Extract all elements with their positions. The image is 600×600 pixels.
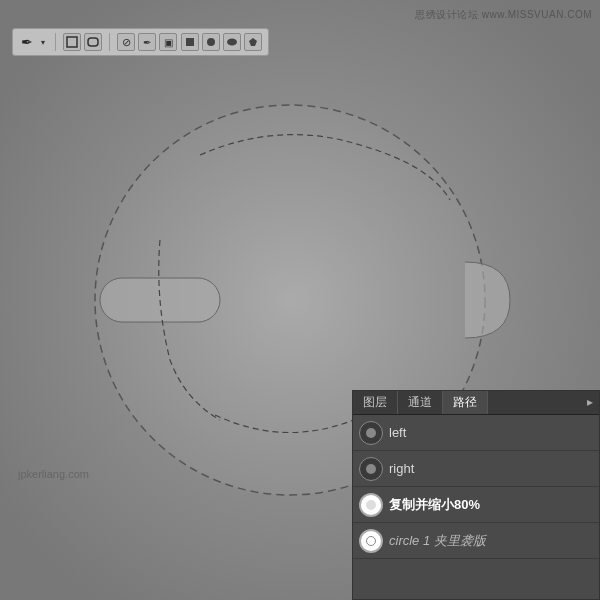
svg-point-8 [227, 39, 237, 46]
rect-shape-button[interactable] [181, 33, 199, 51]
rect-tool-button[interactable] [63, 33, 81, 51]
path-icon-inner-left [366, 428, 376, 438]
circle-shape-button[interactable] [202, 33, 220, 51]
tab-channels[interactable]: 通道 [398, 391, 443, 414]
path-icon-inner-circle1 [366, 536, 376, 546]
tab-paths[interactable]: 路径 [443, 391, 488, 414]
path-icon-inner-copy [366, 500, 376, 510]
path-row-copy-shrink[interactable]: 复制并缩小80% [353, 487, 599, 523]
rounded-rect-button[interactable] [84, 33, 102, 51]
pen-tool-group: ✒ ▾ [19, 34, 48, 50]
path-icon-left [359, 421, 383, 445]
svg-point-7 [207, 38, 215, 46]
pen-dropdown-button[interactable]: ▾ [38, 34, 48, 50]
svg-marker-9 [249, 38, 257, 46]
panel-rows-container: left right 复制并缩小80% circle 1 夹里袭版 [353, 415, 599, 559]
shape-tools-group [63, 33, 102, 51]
path-label-left: left [389, 425, 593, 440]
svg-rect-5 [88, 38, 98, 46]
draw-shapes-group [181, 33, 262, 51]
path-remove-button[interactable]: ▣ [159, 33, 177, 51]
separator-2 [109, 33, 110, 51]
svg-rect-6 [186, 38, 194, 46]
tab-layers[interactable]: 图层 [353, 391, 398, 414]
path-row-right[interactable]: right [353, 451, 599, 487]
separator-1 [55, 33, 56, 51]
panel-expand-button[interactable]: ▸ [581, 391, 599, 414]
path-label-right: right [389, 461, 593, 476]
path-select-button[interactable]: ⊘ [117, 33, 135, 51]
watermark-bottom: jpkerliang.com [18, 468, 89, 480]
paths-panel: 图层 通道 路径 ▸ left right 复制并缩小80% [352, 390, 600, 600]
path-row-left[interactable]: left [353, 415, 599, 451]
path-row-circle1[interactable]: circle 1 夹里袭版 [353, 523, 599, 559]
poly-shape-button[interactable] [244, 33, 262, 51]
path-icon-circle1 [359, 529, 383, 553]
path-tools-group: ⊘ ✒ ▣ [117, 33, 177, 51]
panel-tabs: 图层 通道 路径 ▸ [353, 391, 599, 415]
svg-rect-4 [67, 37, 77, 47]
pen-tool-button[interactable]: ✒ [19, 34, 35, 50]
watermark-top: 思绣设计论坛 www.MISSVUAN.COM [415, 8, 592, 22]
path-icon-right [359, 457, 383, 481]
toolbar: ✒ ▾ ⊘ ✒ ▣ [12, 28, 269, 56]
oval-shape-button[interactable] [223, 33, 241, 51]
path-icon-copy-shrink [359, 493, 383, 517]
path-label-copy-shrink: 复制并缩小80% [389, 496, 593, 514]
path-label-circle1: circle 1 夹里袭版 [389, 532, 593, 550]
path-icon-inner-right [366, 464, 376, 474]
path-add-button[interactable]: ✒ [138, 33, 156, 51]
